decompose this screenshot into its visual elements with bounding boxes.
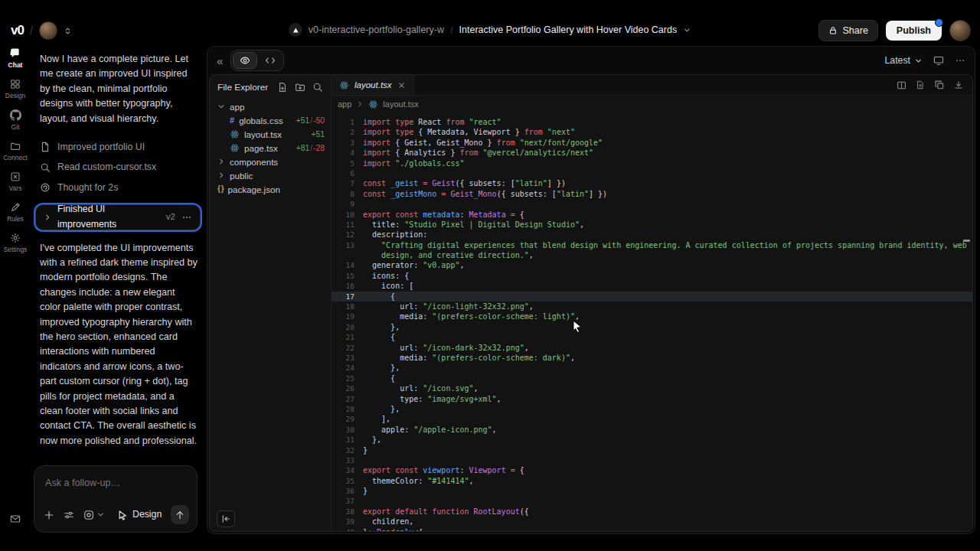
breadcrumb-project[interactable]: v0-interactive-portfolio-gallery-w [309,24,444,35]
workspace-selector-icon[interactable] [64,27,72,35]
breadcrumb-chat-title[interactable]: Interactive Portfolio Gallery with Hover… [459,24,678,35]
collapse-chat-icon[interactable]: « [217,54,223,67]
code-line: 36} [332,486,972,496]
code-line: 23 media: "(prefers-color-scheme: dark)"… [332,353,972,363]
breadcrumb: v0-interactive-portfolio-gallery-w / Int… [289,23,691,37]
breadcrumb-app[interactable]: app [338,99,351,109]
tool-call-item[interactable]: Improved portfolio UI [31,137,205,158]
vercel-project-icon[interactable] [289,23,302,37]
code-line: 28 }, [332,404,972,414]
code-line: 9 [332,199,972,209]
react-icon [339,80,349,90]
tree-item-app[interactable]: app [210,99,331,113]
chevron-right-icon [217,171,225,179]
mail-icon[interactable] [10,514,21,524]
chat-input[interactable]: Ask a follow-up… Design [34,465,198,533]
version-selector[interactable]: Latest [885,55,923,66]
topbar-left: v0 / [11,21,72,40]
design-icon [10,79,21,90]
code-line: 21 { [332,332,972,342]
new-folder-icon[interactable] [295,82,305,93]
share-button[interactable]: Share [818,20,877,41]
workspace-avatar[interactable] [39,21,57,40]
version-selector-label: Latest [885,55,911,66]
rail-item-settings[interactable]: Settings [4,233,28,253]
search-icon[interactable] [312,82,323,93]
code-toggle[interactable] [259,53,282,68]
rail-item-chat[interactable]: Chat [8,47,23,69]
settings-sliders-icon[interactable] [64,510,74,520]
code-editor[interactable]: 1import type React from "react"2import t… [332,112,972,531]
export-file-icon[interactable] [916,80,925,90]
code-line-highlighted: 17 { [332,292,972,302]
v0-logo[interactable]: v0 [11,23,24,38]
tree-item-components[interactable]: components [210,155,331,168]
editor-menu-icon[interactable] [955,55,965,66]
close-icon[interactable] [397,81,406,90]
code-line: 26 url: "/icon.svg", [332,383,972,393]
topbar: v0 / v0-interactive-portfolio-gallery-w … [0,0,980,44]
preview-toggle[interactable] [233,52,257,69]
settings-icon [10,233,21,243]
breadcrumb-divider: / [450,24,453,36]
editor-toolbar-right: Latest [885,55,966,66]
breadcrumb-file[interactable]: layout.tsx [383,99,418,109]
device-preview-icon[interactable] [933,55,944,66]
tool-call-item[interactable]: Thought for 2s [31,178,205,198]
code-line: 5import "./globals.css" [332,158,972,168]
design-mode-chip[interactable]: Design [117,507,162,522]
rail-item-connect[interactable]: Connect [3,141,28,161]
react-icon [230,129,240,139]
rules-icon [10,202,21,213]
editor-toolbar: « Latest [207,47,975,74]
copy-file-icon[interactable] [934,80,945,90]
connect-icon [10,141,21,152]
new-file-icon[interactable] [277,82,288,93]
tool-call-item[interactable]: Read custom-cursor.tsx [31,158,205,178]
version-card-menu-icon[interactable] [181,212,192,223]
publish-label: Publish [897,25,931,36]
collapse-left-icon [221,514,230,523]
chat-icon [9,47,21,59]
collapse-explorer-button[interactable] [217,510,235,527]
rail-item-design[interactable]: Design [5,79,25,99]
download-icon[interactable] [954,80,963,90]
tree-item-package-json[interactable]: { }package.json [210,182,331,196]
tree-item-public[interactable]: public [210,168,331,182]
editor-column: layout.tsx app layout.tsx [331,75,972,531]
attach-plus-icon[interactable] [44,510,54,520]
chat-panel: Now I have a complete picture. Let me cr… [31,46,205,551]
chevron-down-icon[interactable] [683,26,691,34]
react-icon [368,99,378,109]
tab-strip: layout.tsx [332,75,972,96]
share-label: Share [842,25,867,36]
code-line: 20 }, [332,322,972,332]
version-card[interactable]: Finished UI improvements v2 [35,204,201,230]
source-picker[interactable] [83,510,105,520]
tree-item-globals-css[interactable]: #globals.css+51/-50 [210,113,331,127]
rail-item-vars[interactable]: Vars [9,171,22,192]
code-line: 4import { Analytics } from "@vercel/anal… [332,148,972,158]
cursor-pointer-icon [117,510,128,520]
code-line: design, and creative direction.", [332,250,972,260]
split-editor-icon[interactable] [897,80,906,90]
send-button[interactable] [171,505,189,524]
code-line: 31 }, [332,435,972,445]
user-avatar[interactable] [949,20,971,41]
rail-item-rules[interactable]: Rules [7,202,24,223]
assistant-message-body: I've completed the UI improvements with … [40,241,198,449]
diff-stats: +81/-28 [296,144,331,152]
code-line: 29 ], [332,414,972,424]
tree-item-layout-tsx[interactable]: layout.tsx+51 [210,127,331,141]
tree-item-page-tsx[interactable]: page.tsx+81/-28 [210,141,331,155]
topbar-right: Share Publish [818,20,971,41]
tab-layout-tsx[interactable]: layout.tsx [332,75,414,95]
code-line: 24 }, [332,363,972,373]
rail-item-git[interactable]: Git [10,109,21,131]
code-line: 8const _geistMono = Geist_Mono({ subsets… [332,189,972,199]
file-explorer-title: File Explorer [217,82,270,93]
file-tree: app#globals.css+51/-50layout.tsx+51page.… [210,99,331,196]
view-toggle [230,50,284,71]
publish-button[interactable]: Publish [886,21,942,41]
chevron-right-icon [356,100,364,108]
